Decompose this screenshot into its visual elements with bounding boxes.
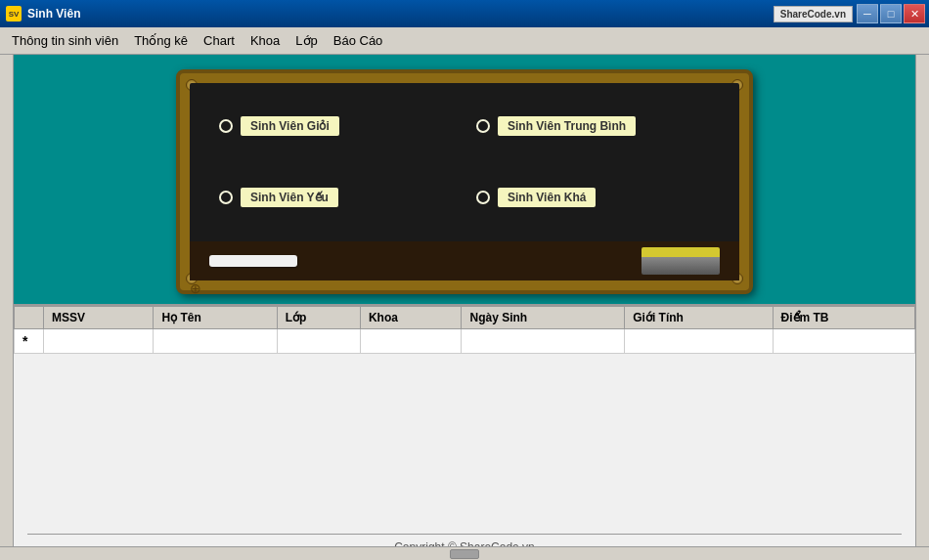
option-kha[interactable]: Sinh Viên Khá: [476, 174, 710, 222]
chalk: [209, 255, 297, 267]
blackboard-area: Sinh Viên Giỏi Sinh Viên Trung Bình Sinh…: [0, 55, 929, 304]
new-row-diemtb[interactable]: [773, 329, 914, 354]
radio-gioi[interactable]: [219, 119, 233, 133]
left-scrollbar[interactable]: [0, 55, 14, 560]
option-gioi-label: Sinh Viên Giỏi: [241, 116, 339, 136]
option-yeu-label: Sinh Viên Yếu: [241, 188, 338, 207]
right-scrollbar[interactable]: [915, 55, 929, 560]
table-header-row: MSSV Họ Tên Lớp Khoa Ngày Sinh Giới Tính…: [15, 307, 915, 329]
col-lop: Lớp: [277, 307, 360, 329]
bottom-scrollbar[interactable]: [0, 546, 929, 560]
data-area: MSSV Họ Tên Lớp Khoa Ngày Sinh Giới Tính…: [14, 304, 915, 560]
window-controls[interactable]: ─ □ ✕: [857, 4, 925, 23]
table-container[interactable]: MSSV Họ Tên Lớp Khoa Ngày Sinh Giới Tính…: [14, 306, 915, 531]
main-content: Sinh Viên Giỏi Sinh Viên Trung Bình Sinh…: [0, 55, 929, 560]
radio-trungbinh[interactable]: [476, 119, 490, 133]
blackboard-frame: Sinh Viên Giỏi Sinh Viên Trung Bình Sinh…: [176, 69, 753, 294]
radio-yeu[interactable]: [219, 191, 233, 204]
new-row-gioitinh[interactable]: [625, 329, 773, 354]
eraser-top: [641, 247, 720, 257]
window-title: Sinh Viên: [27, 7, 80, 21]
menu-lop[interactable]: Lớp: [288, 30, 325, 51]
menu-chart[interactable]: Chart: [196, 30, 243, 51]
eraser-body: [641, 257, 720, 275]
radio-kha[interactable]: [476, 191, 490, 204]
option-kha-label: Sinh Viên Khá: [498, 188, 596, 207]
menu-khoa[interactable]: Khoa: [243, 30, 288, 51]
table-new-row[interactable]: *: [15, 329, 915, 354]
new-row-hoten[interactable]: [154, 329, 277, 354]
new-row-lop[interactable]: [277, 329, 360, 354]
col-gioitinh: Giới Tính: [625, 307, 773, 329]
bottom-scrollbar-thumb[interactable]: [450, 549, 479, 559]
new-row-indicator: *: [22, 333, 27, 349]
title-bar-left: SV Sinh Viên: [6, 6, 80, 22]
menu-thongke[interactable]: Thống kê: [126, 30, 196, 51]
col-khoa: Khoa: [360, 307, 462, 329]
option-gioi[interactable]: Sinh Viên Giỏi: [219, 103, 453, 151]
col-indicator: [15, 307, 44, 329]
col-mssv: MSSV: [44, 307, 154, 329]
new-row-ngaysinh[interactable]: [462, 329, 625, 354]
logo-text: ShareCode.vn: [780, 9, 846, 20]
maximize-button[interactable]: □: [880, 4, 902, 23]
sharecode-logo: ShareCode.vn: [774, 6, 853, 22]
menu-thongtin[interactable]: Thông tin sinh viên: [4, 30, 126, 51]
blackboard-options: Sinh Viên Giỏi Sinh Viên Trung Bình Sinh…: [190, 83, 739, 241]
col-hoten: Họ Tên: [154, 307, 277, 329]
close-button[interactable]: ✕: [904, 4, 925, 23]
new-row-khoa[interactable]: [360, 329, 462, 354]
chalk-tray: [190, 241, 739, 280]
svg-text:SV: SV: [9, 10, 20, 19]
option-yeu[interactable]: Sinh Viên Yếu: [219, 174, 453, 222]
title-bar: SV Sinh Viên ShareCode.vn ─ □ ✕: [0, 0, 929, 27]
option-trungbinh[interactable]: Sinh Viên Trung Bình: [476, 103, 710, 151]
menu-bar: Thông tin sinh viên Thống kê Chart Khoa …: [0, 27, 929, 55]
option-trungbinh-label: Sinh Viên Trung Bình: [498, 116, 636, 136]
blackboard-inner: Sinh Viên Giỏi Sinh Viên Trung Bình Sinh…: [190, 83, 739, 280]
new-row-mssv[interactable]: [44, 329, 154, 354]
menu-baocao[interactable]: Báo Cáo: [326, 30, 391, 51]
col-diemtb: Điểm TB: [773, 307, 914, 329]
title-bar-right: ShareCode.vn ─ □ ✕: [774, 4, 925, 23]
col-ngaysinh: Ngày Sinh: [462, 307, 625, 329]
app-icon: SV: [6, 6, 22, 22]
minimize-button[interactable]: ─: [857, 4, 878, 23]
data-table: MSSV Họ Tên Lớp Khoa Ngày Sinh Giới Tính…: [14, 306, 915, 354]
